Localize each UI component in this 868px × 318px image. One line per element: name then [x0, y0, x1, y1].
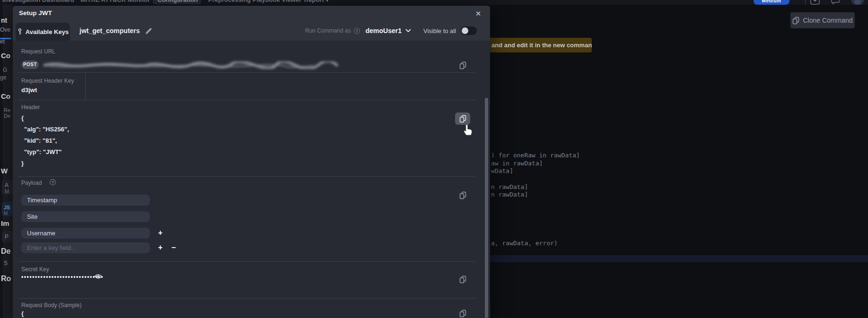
background-tab-bar: Investigation Dashboard MITRE ATT&CK Mon…: [0, 0, 868, 5]
copy-icon: [459, 275, 466, 284]
tab-preprocessing-playbook-viewer[interactable]: Preprocessing Playbook Viewer: [208, 0, 301, 4]
payload-field-3[interactable]: [21, 228, 150, 239]
tab-mitre-attack-monitor[interactable]: MITRE ATT&CK Monitor: [80, 0, 150, 4]
copy-header-button[interactable]: [455, 112, 470, 125]
bg-text-fragment: A: [5, 182, 9, 189]
code-line: a, rawData, error): [491, 240, 558, 247]
chat-icon[interactable]: [831, 0, 840, 4]
modal-header: Setup JWT ✕: [13, 6, 490, 21]
severity-badge[interactable]: Medium: [754, 0, 789, 5]
request-url-label: Request URL: [21, 48, 55, 55]
clone-command-button[interactable]: Clone Command: [790, 12, 855, 28]
bg-text-fragment: Co: [1, 93, 10, 101]
visible-to-all-label: Visible to all: [423, 27, 456, 34]
http-method-badge: POST: [21, 60, 39, 69]
bg-text-fragment: W: [1, 167, 8, 175]
help-icon[interactable]: ?: [50, 179, 56, 185]
bg-text-fragment: De: [1, 247, 10, 256]
copy-payload-button[interactable]: [455, 189, 470, 201]
payload-field-2[interactable]: [21, 211, 150, 222]
copy-request-body-button[interactable]: [455, 307, 470, 318]
copy-icon: [459, 115, 466, 123]
header-label: Header: [21, 104, 40, 111]
tab-report[interactable]: Report ▾: [304, 0, 329, 4]
section-divider: [18, 72, 475, 73]
code-line: aw in rawData]: [491, 160, 543, 167]
bg-text-fragment: Ove: [0, 27, 10, 33]
section-divider: [18, 298, 475, 299]
tab-configuration[interactable]: Configuration: [158, 0, 198, 4]
bg-text-fragment: Co: [1, 52, 10, 60]
background-left-panel: nt Ove et Co G ge Co Re De W A M JS M Im…: [0, 5, 13, 318]
bg-text-fragment: JS: [4, 205, 10, 210]
header-json-line: "alg": "HS256",: [24, 124, 69, 135]
add-field-button[interactable]: +: [157, 244, 164, 251]
payload-field-1[interactable]: [21, 195, 150, 206]
section-divider: [18, 100, 475, 100]
toolbar-separator: [805, 0, 806, 5]
help-icon[interactable]: ?: [354, 28, 360, 34]
visible-to-all-toggle[interactable]: [461, 26, 477, 35]
caret-down-icon: ▾: [326, 0, 329, 3]
bg-text-fragment: nt: [1, 17, 7, 24]
notice-text: and and edit it in the new command.: [490, 42, 592, 49]
bg-text-fragment: S: [4, 260, 8, 266]
mouse-cursor-hand: [463, 124, 473, 136]
payload-label: Payload: [21, 180, 42, 186]
bg-text-fragment: Ro: [1, 275, 11, 283]
eye-icon[interactable]: [94, 274, 102, 279]
code-line: n rawData]: [491, 183, 528, 191]
add-field-button[interactable]: +: [157, 229, 164, 237]
copy-icon: [459, 191, 466, 199]
request-body-json-line: {: [21, 308, 24, 318]
secret-key-masked-value: ••••••••••••••••••••••••••••••: [21, 274, 104, 280]
payload-new-field-input[interactable]: [21, 242, 150, 253]
copy-url-button[interactable]: [455, 59, 470, 71]
editor-selected-row: [490, 255, 868, 262]
modal-title: Setup JWT: [19, 6, 52, 21]
available-keys-button[interactable]: Available Keys: [16, 23, 70, 41]
user-lock-icon[interactable]: [810, 0, 820, 5]
request-body-label: Request Body (Sample): [21, 302, 81, 309]
toggle-knob: [462, 27, 468, 34]
bg-text-fragment: De: [4, 113, 10, 119]
remove-field-button[interactable]: −: [170, 244, 177, 251]
tab-investigation-dashboard[interactable]: Investigation Dashboard: [2, 0, 74, 4]
header-json-line: "kid": "81",: [24, 135, 57, 146]
code-line: ) for oneRaw in rawData]: [491, 152, 580, 159]
app-screen: Investigation Dashboard MITRE ATT&CK Mon…: [0, 0, 868, 318]
close-icon[interactable]: ✕: [473, 9, 483, 18]
run-command-group: Run Command as ? demoUser1 Visible to al…: [305, 21, 477, 41]
request-header-key-value: d3jwt: [21, 86, 37, 94]
secret-key-label: Secret Key: [21, 266, 49, 273]
copy-secret-key-button[interactable]: [455, 273, 470, 285]
user-avatar[interactable]: [851, 0, 864, 5]
header-json-line: {: [21, 112, 24, 124]
copy-icon: [459, 309, 466, 318]
request-header-key-label: Request Header Key: [21, 77, 74, 84]
cell-divider: [85, 72, 86, 100]
code-line: wData]: [491, 167, 513, 175]
header-json-line: }: [21, 158, 24, 169]
section-divider: [18, 176, 475, 177]
edit-pencil-icon[interactable]: [145, 27, 152, 34]
chevron-down-icon[interactable]: [405, 29, 411, 33]
copy-icon: [792, 17, 799, 25]
run-command-as-label: Run Command as: [305, 27, 351, 34]
bg-text-fragment: Im: [1, 220, 9, 228]
bg-text-fragment: P: [5, 234, 9, 240]
key-name-text: jwt_get_computers: [79, 27, 140, 34]
bg-text-fragment: M: [5, 189, 9, 194]
modal-scrollbar[interactable]: [485, 98, 488, 318]
command-key-name: jwt_get_computers: [79, 21, 152, 41]
notice-banner: and and edit it in the new command.: [490, 38, 592, 52]
copy-icon: [459, 61, 466, 69]
section-divider: [18, 261, 475, 262]
bg-text-fragment: Re: [4, 107, 10, 113]
redacted-url: [44, 61, 349, 69]
modal-body: Request URL POST Request Header Key d3jw…: [13, 41, 490, 318]
bg-text-fragment: et: [0, 39, 5, 45]
key-icon: [17, 28, 23, 35]
modal-toolbar: Available Keys jwt_get_computers Run Com…: [13, 21, 490, 41]
run-user-dropdown[interactable]: demoUser1: [366, 27, 402, 34]
